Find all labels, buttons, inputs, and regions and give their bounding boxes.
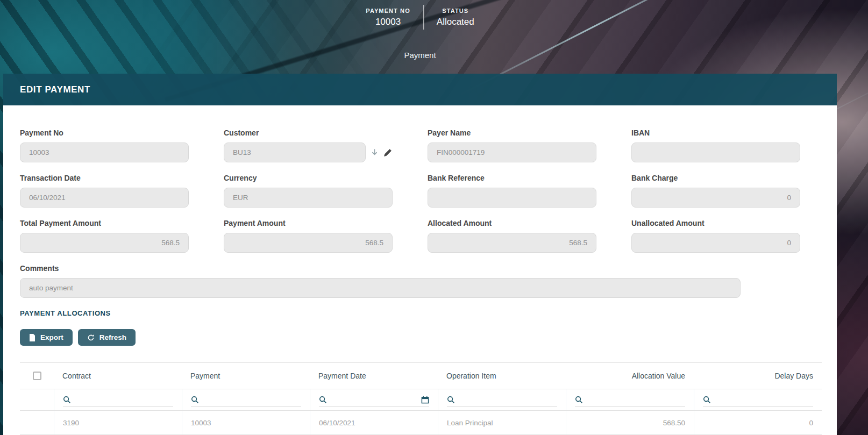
field-transaction-date: Transaction Date (20, 174, 189, 208)
cell-allocation-value: 568.50 (566, 411, 694, 434)
filter-input-payment[interactable] (191, 393, 301, 407)
allocations-table: Contract Payment Payment Date Operation … (20, 362, 822, 435)
field-payer-name: Payer Name (428, 129, 596, 162)
field-currency: Currency (224, 174, 393, 208)
table-filter-row (20, 389, 822, 411)
payment-form: Payment No Customer Payer Name (20, 129, 826, 264)
payment-status-block: PAYMENT NO 10003 STATUS Allocated (353, 5, 487, 30)
customer-field-label: Customer (224, 129, 393, 137)
cell-payment: 10003 (182, 411, 310, 434)
filter-input-contract[interactable] (63, 393, 173, 407)
search-icon (191, 396, 199, 404)
payment-no-block: PAYMENT NO 10003 (353, 8, 423, 27)
refresh-button-label: Refresh (99, 333, 126, 341)
field-total-payment-amount: Total Payment Amount (20, 219, 189, 253)
filter-input-operation-item[interactable] (447, 393, 557, 407)
allocations-toolbar: Export Refresh (20, 329, 826, 346)
cell-operation-item: Loan Principal (438, 411, 566, 434)
bank-charge-field-label: Bank Charge (631, 174, 800, 182)
field-payment-no: Payment No (20, 129, 189, 162)
table-header-row: Contract Payment Payment Date Operation … (20, 363, 822, 389)
pencil-icon (383, 148, 392, 157)
calendar-icon (421, 396, 429, 404)
filter-input-payment-date[interactable] (319, 393, 429, 407)
search-icon (319, 396, 327, 404)
payment-amount-field-label: Payment Amount (224, 219, 393, 227)
select-all-checkbox[interactable] (33, 372, 41, 380)
bank-charge-input (631, 188, 800, 208)
allocated-amount-input (428, 233, 596, 253)
customer-dropdown-button[interactable] (369, 148, 379, 158)
field-bank-charge: Bank Charge (631, 174, 800, 208)
payment-no-field-label: Payment No (20, 129, 189, 137)
arrow-down-icon (371, 148, 379, 156)
content-panel: Payment No Customer Payer Name (3, 105, 837, 435)
column-header-contract: Contract (54, 363, 182, 389)
payment-no-input (20, 142, 189, 162)
column-header-payment: Payment (182, 363, 310, 389)
field-bank-reference: Bank Reference (428, 174, 596, 208)
comments-field-label: Comments (20, 264, 826, 273)
status-value: Allocated (437, 17, 474, 27)
search-icon (703, 396, 711, 404)
transaction-date-field-label: Transaction Date (20, 174, 189, 182)
unallocated-amount-field-label: Unallocated Amount (631, 219, 800, 227)
payment-allocations-title: PAYMENT ALLOCATIONS (20, 309, 826, 317)
allocated-amount-field-label: Allocated Amount (428, 219, 596, 227)
column-header-delay-days: Delay Days (694, 363, 822, 389)
transaction-date-input (20, 188, 189, 208)
customer-input (224, 142, 366, 162)
column-header-operation-item: Operation Item (438, 363, 566, 389)
hero-header: PAYMENT NO 10003 STATUS Allocated Paymen… (3, 0, 837, 74)
bank-reference-input (428, 188, 596, 208)
filter-input-allocation-value[interactable] (575, 393, 685, 407)
filter-input-delay-days[interactable] (703, 393, 813, 407)
unallocated-amount-input (631, 233, 800, 253)
currency-field-label: Currency (224, 174, 393, 182)
refresh-icon (87, 334, 95, 341)
document-icon (29, 334, 35, 341)
iban-field-label: IBAN (631, 129, 800, 137)
payment-no-value: 10003 (366, 17, 410, 27)
payment-amount-input (224, 233, 393, 253)
cell-payment-date: 06/10/2021 (310, 411, 438, 434)
field-comments: Comments (20, 264, 826, 298)
page-title: Payment (3, 51, 837, 60)
refresh-button[interactable]: Refresh (78, 329, 136, 346)
total-payment-amount-input (20, 233, 189, 253)
customer-edit-button[interactable] (383, 148, 393, 158)
search-icon (575, 396, 583, 404)
payer-name-input (428, 142, 596, 162)
export-button[interactable]: Export (20, 329, 73, 346)
field-unallocated-amount: Unallocated Amount (631, 219, 800, 253)
status-label: STATUS (437, 8, 474, 14)
search-icon (447, 396, 455, 404)
table-row[interactable]: 3190 10003 06/10/2021 Loan Principal 568… (20, 411, 822, 435)
bank-reference-field-label: Bank Reference (428, 174, 596, 182)
currency-input (224, 188, 393, 208)
column-header-payment-date: Payment Date (310, 363, 438, 389)
payment-no-label: PAYMENT NO (366, 8, 410, 14)
total-payment-amount-field-label: Total Payment Amount (20, 219, 189, 227)
field-allocated-amount: Allocated Amount (428, 219, 596, 253)
iban-input (631, 142, 800, 162)
field-iban: IBAN (631, 129, 800, 162)
column-header-allocation-value: Allocation Value (566, 363, 694, 389)
payer-name-field-label: Payer Name (428, 129, 596, 137)
search-icon (63, 396, 71, 404)
edit-payment-bar: EDIT PAYMENT (3, 74, 837, 105)
field-payment-amount: Payment Amount (224, 219, 393, 253)
cell-delay-days: 0 (694, 411, 822, 434)
status-block: STATUS Allocated (424, 8, 487, 27)
cell-contract: 3190 (54, 411, 182, 434)
comments-input (20, 278, 741, 298)
field-customer: Customer (224, 129, 393, 162)
export-button-label: Export (40, 333, 63, 341)
edit-payment-title: EDIT PAYMENT (20, 84, 90, 95)
